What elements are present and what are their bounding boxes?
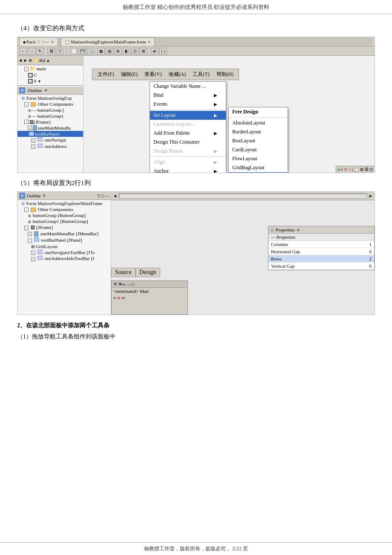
tree-bg1[interactable]: ◉— buttonGroup [	[17, 107, 83, 113]
sub-absolute[interactable]: AbsoluteLayout	[229, 119, 288, 127]
props-close[interactable]: ✕	[297, 228, 300, 232]
source-design-tabs: Source Design	[111, 268, 160, 277]
menu-tools[interactable]: 工具(T)	[189, 70, 213, 79]
console-max[interactable]: □	[131, 282, 134, 287]
tree-navig[interactable]: + oneNavigat	[17, 137, 83, 143]
exp2-1[interactable]: -	[24, 208, 29, 212]
outline2-close[interactable]: ✕	[43, 194, 46, 198]
sub-border[interactable]: BorderLayout	[229, 127, 288, 136]
tb-icon9[interactable]: ⊠	[140, 48, 147, 55]
tree-jframe[interactable]: - 🖼 [JFrame]	[17, 119, 83, 125]
ctx-add-palette[interactable]: Add From Palette ▶	[150, 129, 226, 138]
scroll-right[interactable]: ►	[23, 58, 28, 63]
tb-icon10[interactable]: ⇄	[151, 48, 159, 55]
bt-props[interactable]: 🖺	[364, 167, 369, 172]
c-tb1[interactable]: ≡	[113, 295, 116, 301]
expand-icon4[interactable]: +	[28, 126, 32, 130]
prop-rows-val[interactable]: 2	[359, 256, 372, 261]
prop-columns-val[interactable]: 1	[359, 242, 372, 247]
tree-other-components[interactable]: - Other Components	[17, 101, 83, 107]
c-tb2[interactable]: ✕	[117, 295, 121, 301]
menu-fav[interactable]: 收藏(A)	[165, 70, 190, 79]
tb-icon8[interactable]: ⊡	[131, 48, 139, 55]
tree2-bg1[interactable]: ◉ buttonGroup [ButtonGroup]	[17, 212, 111, 218]
tree2-menubar[interactable]: + oneMainMenuBar [JMenuBar]	[17, 231, 111, 237]
tree2-navig[interactable]: + oneNavigatorToolBar [JTo	[17, 249, 111, 255]
tb-icon5[interactable]: ▤	[106, 48, 113, 55]
menu-edit[interactable]: 编辑(E)	[118, 70, 141, 79]
expand-icon5[interactable]: +	[31, 139, 35, 143]
tb-icon7[interactable]: ◧	[123, 48, 130, 55]
exp2-6[interactable]: +	[31, 257, 35, 261]
ctx-anchor[interactable]: Anchor ▶	[150, 167, 226, 173]
tb-icon2[interactable]: 💾	[78, 48, 86, 55]
scroll-right2[interactable]: ►	[367, 194, 375, 198]
scroll-left[interactable]: ◄	[18, 58, 23, 63]
bt-scissors[interactable]: ✂	[348, 167, 352, 172]
bt-more[interactable]: ⊡	[369, 167, 373, 172]
expand-icon6[interactable]: +	[31, 145, 35, 149]
tree2-jframe[interactable]: - 🖼 [JFrame]	[17, 224, 111, 230]
sub-free-design[interactable]: Free Design	[229, 107, 288, 116]
sub-grid[interactable]: GridLayout	[229, 172, 288, 173]
expand-icon3[interactable]: -	[24, 120, 29, 124]
form-tab[interactable]: 📋 MatisseSwingExplorerMainFrame.form ✕	[61, 38, 155, 46]
ctx-set-layout[interactable]: Set Layout ▶	[150, 111, 226, 120]
ctx-bind[interactable]: Bind ▶	[150, 91, 226, 100]
tb-icon3[interactable]: 🔍	[87, 48, 95, 55]
prop-vgap-val[interactable]: 0	[359, 263, 372, 269]
outline2-restore[interactable]: —	[105, 194, 109, 198]
tb-btn1[interactable]: 🖫	[47, 48, 55, 55]
tree-addr[interactable]: + oneAddress	[17, 143, 83, 149]
tree-form[interactable]: 🖥 Form MatisseSwingExp	[17, 95, 83, 101]
ctx-change-var[interactable]: Change Variable Name ...	[150, 82, 226, 91]
exp2-2[interactable]: -	[24, 226, 29, 230]
outline-panel-2: ⊞ Outline ✕ ▽ □ — 🖥 Form MatisseSwingExp…	[17, 192, 111, 315]
expand-icon[interactable]: -	[24, 67, 29, 71]
outline-close[interactable]: ✕	[44, 88, 48, 92]
sub-gridbag[interactable]: GridBagLayout	[229, 163, 288, 172]
forward-btn[interactable]: →	[28, 48, 35, 55]
tree2-addr[interactable]: + oneAddressInfoToolBar [J	[17, 255, 111, 261]
pack-tab[interactable]: ■ Pack ⊡ Navi ✕	[19, 38, 58, 46]
sub-box[interactable]: BoxLayout	[229, 136, 288, 145]
tree2-other[interactable]: - Other Components	[17, 206, 111, 212]
tb-icon6[interactable]: ⊞	[114, 48, 122, 55]
menu-file[interactable]: 文件(F)	[94, 70, 118, 79]
tree-bg2[interactable]: ◉— buttonGroup1	[17, 113, 83, 119]
tree2-grid[interactable]: ⊞ GridLayout	[17, 243, 111, 249]
back-btn[interactable]: ←	[19, 48, 27, 55]
exp2-3[interactable]: +	[28, 232, 32, 236]
outline2-max[interactable]: □	[101, 194, 104, 198]
refresh-btn[interactable]: ↻	[36, 48, 44, 55]
design-tab[interactable]: Design	[135, 268, 160, 277]
tree-menubar[interactable]: + oneMainMenuBa	[17, 125, 83, 131]
console-min[interactable]: —	[126, 282, 130, 287]
scroll-left2[interactable]: ◄	[111, 194, 119, 198]
bt-copy[interactable]: 📋	[354, 167, 359, 172]
sub-flow[interactable]: FlowLayout	[229, 154, 288, 163]
tb-btn2[interactable]: ▽	[56, 48, 63, 55]
tb-icon4[interactable]: ▦	[97, 48, 105, 55]
exp2-5[interactable]: +	[31, 251, 35, 255]
bt-del[interactable]: ✕	[344, 167, 347, 172]
prop-hgap-val[interactable]: 0	[359, 249, 372, 254]
ctx-events[interactable]: Events ▶	[150, 100, 226, 109]
c-tb3[interactable]: ✂	[121, 295, 125, 301]
props-expand[interactable]: —	[271, 235, 275, 240]
menu-view[interactable]: 查看(V)	[141, 70, 165, 79]
sub-card[interactable]: CardLayout	[229, 145, 288, 154]
source-tab[interactable]: Source	[111, 268, 135, 277]
ctx-design-container[interactable]: Design This Container	[150, 138, 226, 147]
tree2-bg2[interactable]: ◉ buttonGroup1 [ButtonGroup]	[17, 218, 111, 224]
tree-toolbar-panel[interactable]: - toolBarPanel	[17, 131, 83, 137]
exp2-4[interactable]: -	[28, 239, 32, 243]
menu-help[interactable]: 帮助(H)	[213, 70, 237, 79]
tb-icon1[interactable]: 📄	[70, 48, 78, 55]
tb-icon11[interactable]: { }	[159, 48, 167, 55]
outline2-minimize[interactable]: ▽	[97, 194, 101, 198]
expand-icon2[interactable]: -	[24, 102, 29, 107]
bt-paste[interactable]: ⊞	[360, 167, 363, 172]
tree2-form[interactable]: 🖥 Form MatisseSwingExplorerMainFrame	[17, 200, 111, 206]
tree2-toolbar-panel[interactable]: - toolBarPanel [JPanel]	[17, 237, 111, 243]
